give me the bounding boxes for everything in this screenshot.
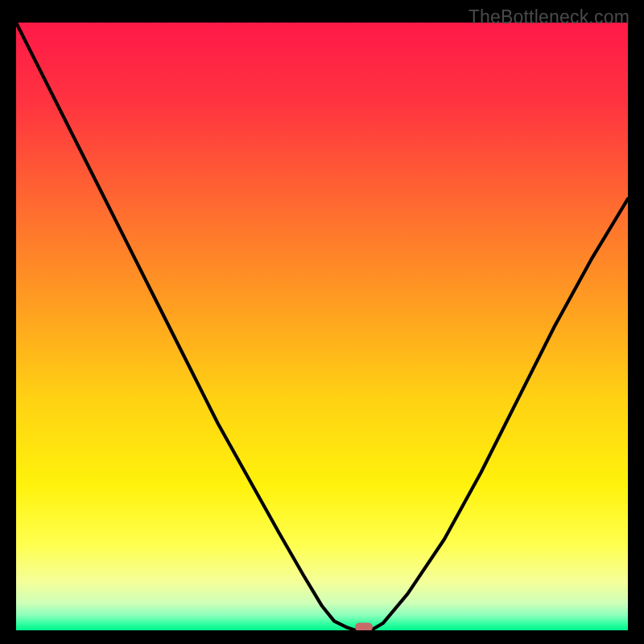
chart-frame: TheBottleneck.com [0, 0, 644, 644]
optimal-marker [355, 623, 373, 630]
plot-area [16, 23, 628, 630]
bottleneck-curve [16, 23, 628, 630]
watermark-text: TheBottleneck.com [469, 6, 630, 28]
